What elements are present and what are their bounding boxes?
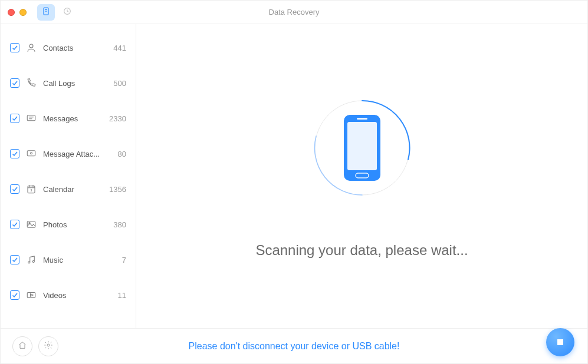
sidebar-item-contacts[interactable]: Contacts 441 [1, 30, 136, 65]
svg-rect-14 [27, 221, 35, 228]
window-controls [1, 9, 27, 16]
sidebar-item-label: Calendar [43, 185, 103, 194]
progress-ring-icon [309, 95, 415, 201]
photo-icon [25, 219, 37, 230]
svg-rect-18 [27, 293, 35, 298]
sidebar-item-videos[interactable]: Videos 11 [1, 277, 136, 313]
svg-point-17 [32, 261, 34, 263]
document-icon [41, 6, 51, 18]
checkbox[interactable] [10, 114, 19, 123]
app-body: Contacts 441 Call Logs 500 Messages 2330… [1, 24, 587, 328]
sidebar-item-message-attachments[interactable]: Message Attac... 80 [1, 136, 136, 171]
device-data-tab[interactable] [37, 4, 55, 21]
sidebar-item-photos[interactable]: Photos 380 [1, 207, 136, 242]
person-icon [25, 42, 37, 54]
sidebar-item-label: Videos [43, 291, 112, 300]
checkbox[interactable] [10, 255, 19, 264]
sidebar-item-count: 80 [118, 150, 126, 158]
sidebar-item-calendar[interactable]: 3 Calendar 1356 [1, 171, 136, 207]
footer-warning: Please don't disconnect your device or U… [1, 341, 587, 352]
svg-point-16 [28, 262, 30, 263]
svg-point-4 [29, 44, 33, 48]
sidebar-item-label: Call Logs [43, 79, 107, 88]
window-title: Data Recovery [1, 8, 587, 16]
calendar-icon: 3 [25, 183, 37, 195]
settings-button[interactable] [38, 336, 58, 356]
sidebar-item-messages[interactable]: Messages 2330 [1, 101, 136, 136]
category-sidebar[interactable]: Contacts 441 Call Logs 500 Messages 2330… [1, 24, 136, 328]
toolbar [37, 4, 76, 21]
sidebar-item-music[interactable]: Music 7 [1, 242, 136, 277]
sidebar-item-count: 500 [113, 79, 126, 88]
status-message: Scanning your data, please wait... [255, 242, 468, 259]
sidebar-item-count: 11 [118, 291, 126, 300]
titlebar: Data Recovery [1, 1, 587, 24]
home-icon [18, 340, 27, 352]
sidebar-item-label: Messages [43, 114, 103, 123]
sidebar-item-label: Photos [43, 220, 107, 229]
chat-icon [25, 112, 37, 124]
sidebar-item-count: 7 [122, 256, 126, 264]
svg-point-25 [47, 344, 50, 346]
main-panel: Scanning your data, please wait... [136, 24, 587, 328]
footer: Please don't disconnect your device or U… [1, 328, 587, 363]
checkbox[interactable] [10, 220, 19, 229]
attach-icon [25, 148, 37, 160]
checkbox[interactable] [10, 290, 19, 300]
footer-buttons [12, 336, 58, 356]
checkbox[interactable] [10, 78, 19, 88]
close-window-button[interactable] [8, 9, 15, 16]
sidebar-item-label: Music [43, 256, 116, 264]
checkbox[interactable] [10, 149, 19, 158]
minimize-window-button[interactable] [19, 9, 27, 16]
video-icon [25, 289, 37, 301]
phone-icon [25, 77, 37, 89]
home-button[interactable] [12, 336, 32, 356]
svg-point-20 [315, 101, 409, 195]
backup-icon [63, 6, 72, 18]
sidebar-item-count: 1356 [109, 185, 126, 194]
sidebar-item-count: 380 [113, 220, 126, 229]
app-window: Data Recovery Contacts 441 Call Logs 500… [0, 0, 588, 364]
svg-marker-19 [31, 294, 34, 297]
svg-rect-5 [27, 115, 35, 121]
checkbox[interactable] [10, 43, 19, 52]
checkbox[interactable] [10, 184, 19, 194]
sidebar-item-count: 441 [113, 44, 126, 52]
gear-icon [44, 340, 53, 352]
svg-point-15 [29, 223, 30, 224]
music-icon [25, 254, 37, 266]
sidebar-item-call-logs[interactable]: Call Logs 500 [1, 65, 136, 101]
svg-text:3: 3 [31, 188, 32, 192]
stop-scan-button[interactable] [546, 328, 574, 356]
sidebar-item-label: Message Attac... [43, 150, 112, 158]
backup-tab[interactable] [58, 4, 76, 21]
scan-progress-ring [309, 95, 415, 201]
sidebar-item-label: Contacts [43, 44, 107, 52]
sidebar-item-count: 2330 [109, 114, 126, 123]
svg-rect-8 [27, 151, 35, 156]
stop-icon [557, 339, 563, 345]
